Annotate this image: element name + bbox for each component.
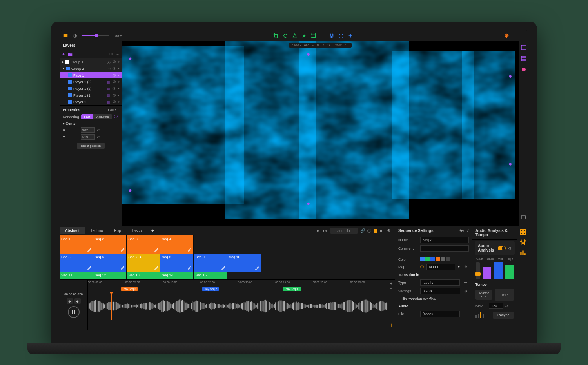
zoom-in-icon[interactable]: + [390,281,392,286]
layer-row[interactable]: Face 1▾ [60,72,122,78]
warp-tool-icon[interactable] [292,33,298,38]
contrast-icon[interactable] [72,33,78,38]
tab-abstract[interactable]: Abstract [60,227,85,234]
file-browse-icon[interactable]: ⋯ [462,312,469,316]
sequence-cell[interactable]: Seq 8 [160,254,194,272]
playhead[interactable] [111,292,112,320]
sequence-cell-empty[interactable] [261,254,294,272]
prev-seq-icon[interactable]: ⏮ [316,228,321,233]
color-swatch[interactable] [430,257,435,261]
gain-slider[interactable] [476,262,480,279]
link-icon[interactable]: 🔗 [360,228,365,233]
x-input[interactable] [81,127,95,133]
color-swatch[interactable] [420,257,425,261]
layer-row[interactable]: Player 1 (1)▦▾ [60,92,122,99]
sequence-cell[interactable]: Seq 11 [60,272,93,279]
palette-icon[interactable] [504,33,510,38]
snap-tool-icon[interactable] [338,33,344,38]
sequence-cell[interactable]: Seq 14 [160,272,194,279]
timeline-end-icon[interactable]: ⏭ [74,298,81,304]
seq-comment-input[interactable] [420,245,469,252]
sequence-cell[interactable]: Seq 4 [160,235,194,254]
sequence-cell[interactable]: Seq 7 ● [127,254,160,272]
sequence-cell[interactable]: Seq 5 [60,254,93,272]
layer-row[interactable]: Player 1 (2)▦▾ [60,85,122,92]
layer-folder-icon[interactable] [67,51,73,57]
seq-name-input[interactable] [420,237,469,243]
visibility-icon[interactable] [109,52,113,56]
magnet-tool-icon[interactable] [329,33,334,38]
sequence-cell[interactable]: Seq 1 [60,235,93,254]
map-select[interactable]: Map 1 [426,264,455,270]
panel-toggle-icon[interactable] [521,44,527,51]
timeline-marker[interactable]: Play Seq 7 [202,287,219,291]
tab-techno[interactable]: Techno [85,227,109,234]
duration-settings-icon[interactable]: ⚙ [463,289,469,293]
layer-row[interactable]: ▼Group 2(5)▾ [60,65,122,72]
sequence-cell-empty[interactable] [328,272,361,279]
refresh-icon[interactable]: ↻ [327,44,330,47]
y-input[interactable] [81,134,95,140]
sequence-cell-empty[interactable] [294,254,328,272]
add-tab-button[interactable]: + [147,226,158,235]
grid-mode-icon[interactable] [519,228,526,235]
timeline-marker[interactable]: Play Seq 3 [121,287,138,291]
zoom-out-icon[interactable]: − [390,287,392,291]
layers-toggle-icon[interactable] [521,55,527,62]
zoom-slider[interactable] [82,35,109,36]
levels-mode-icon[interactable] [519,249,526,256]
record-off-icon[interactable] [367,229,371,233]
crop-tool-icon[interactable] [273,33,279,38]
tab-disco[interactable]: Disco [127,227,147,234]
autopilot-button[interactable]: Autopilot [330,228,358,234]
sequence-cell[interactable]: Seq 2 [93,235,127,254]
add-track-icon[interactable]: + [390,322,393,328]
color-swatch[interactable] [441,257,445,261]
sequence-cell-empty[interactable] [328,235,361,254]
bounds-tool-icon[interactable] [311,33,316,38]
sequence-cell[interactable]: Seq 12 [93,272,127,279]
audio-file[interactable]: (none) [420,311,460,317]
sequence-cell[interactable]: Seq 13 [127,272,160,279]
timeline-start-icon[interactable]: ⏮ [67,298,73,304]
sequence-cell[interactable]: Seq 10 [227,254,261,272]
add-layer-icon[interactable]: + [62,51,65,57]
sequence-cell[interactable]: Seq 3 [127,235,160,254]
fit-icon[interactable]: ⛶ [345,44,348,47]
audio-analysis-toggle[interactable] [498,246,506,250]
sequence-cell-empty[interactable] [227,235,261,254]
bpm-input[interactable] [489,303,503,309]
clip-overflow-checkbox[interactable]: Clip transition overflow [395,296,472,303]
display-icon[interactable] [63,33,68,38]
map-settings-icon[interactable]: ⚙ [463,265,469,269]
color-swatch[interactable] [446,257,450,261]
layer-row[interactable]: Player 1▦▾ [60,99,122,105]
add-tool-icon[interactable] [348,33,353,38]
sequence-cell-empty[interactable] [328,254,361,272]
info-icon[interactable]: ⓘ [114,115,118,119]
center-section[interactable]: Center [66,122,77,126]
sequence-cell[interactable]: Seq 9 [194,254,227,272]
guides-icon[interactable]: ⊞ [317,44,319,47]
sequence-cell-empty[interactable] [361,235,395,254]
seq-settings-icon[interactable]: ⚙ [387,228,392,233]
tab-pop[interactable]: Pop [109,227,127,234]
more-icon[interactable]: ⋯ [116,52,120,56]
color-swatch[interactable] [425,257,430,261]
stop-icon[interactable]: ■ [380,228,385,233]
output-icon[interactable] [521,215,527,221]
color-swatches[interactable] [420,257,450,261]
next-seq-icon[interactable]: ⏭ [323,228,328,233]
timeline-markers[interactable]: Play Seq 3Play Seq 7Play Seq 13 [88,287,388,292]
resync-button[interactable]: Resync [493,312,514,319]
transition-type[interactable]: fade.fs [420,279,460,286]
pause-button[interactable] [68,306,80,318]
reset-position-button[interactable]: Reset position [77,143,105,149]
color-swatch[interactable] [436,257,440,261]
sequence-cell[interactable]: Seq 6 [93,254,127,272]
mixer-mode-icon[interactable] [519,239,526,246]
sequence-cell-empty[interactable] [227,272,261,279]
tap-button[interactable]: TAP [495,289,514,301]
sequence-cell-empty[interactable] [294,272,328,279]
sequence-cell-empty[interactable] [261,272,294,279]
